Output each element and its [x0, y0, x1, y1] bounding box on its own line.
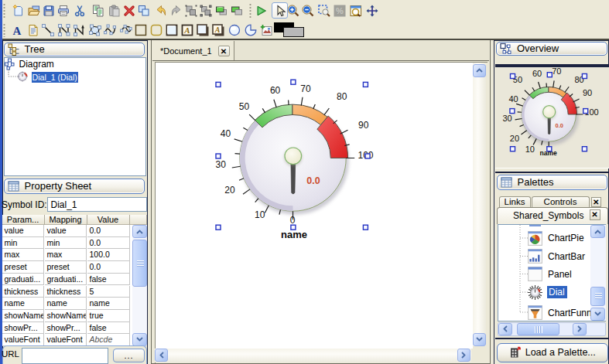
svg-text:20: 20	[510, 134, 519, 143]
svg-text:%: %	[336, 6, 344, 15]
svg-text:90: 90	[358, 120, 369, 131]
svg-text:50: 50	[239, 101, 250, 112]
svg-text:A: A	[12, 25, 21, 37]
svg-text:70: 70	[552, 67, 561, 76]
svg-text:80: 80	[337, 91, 347, 102]
svg-text:70: 70	[300, 83, 311, 94]
svg-text:20: 20	[224, 185, 235, 196]
svg-text:0.0: 0.0	[306, 175, 320, 186]
svg-text:40: 40	[221, 128, 231, 139]
svg-text:90: 90	[583, 88, 592, 97]
svg-text:60: 60	[270, 85, 281, 96]
svg-text:name: name	[281, 229, 307, 240]
svg-text:60: 60	[532, 69, 542, 78]
svg-text:A: A	[184, 26, 190, 35]
svg-text:30: 30	[216, 159, 227, 170]
svg-text:A: A	[214, 26, 221, 34]
svg-text:10: 10	[525, 145, 535, 154]
svg-text:40: 40	[508, 94, 518, 104]
svg-text:10: 10	[255, 209, 265, 220]
svg-text:0.0: 0.0	[556, 122, 563, 129]
svg-text:0: 0	[290, 215, 296, 226]
svg-text:30: 30	[502, 114, 511, 123]
